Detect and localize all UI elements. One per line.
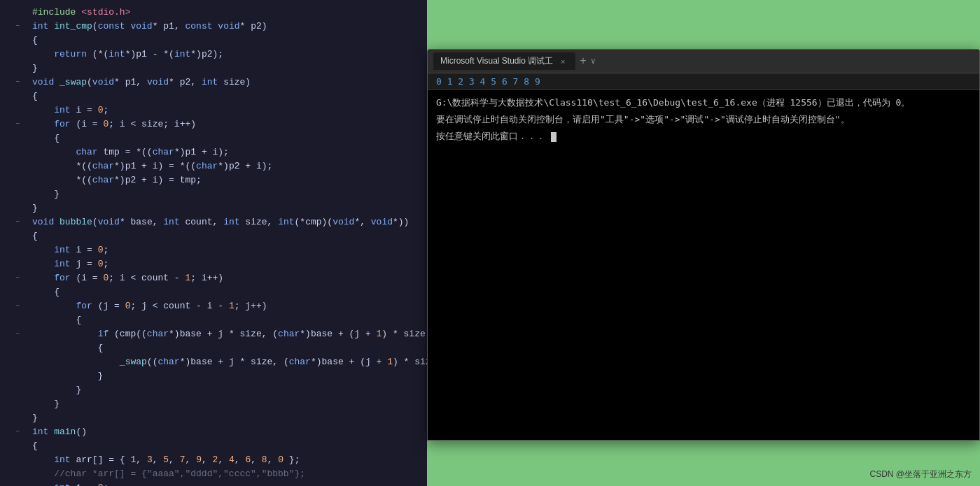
line-gutter: − xyxy=(0,299,22,313)
line-code: #include <stdio.h> xyxy=(29,6,424,20)
terminal-cursor xyxy=(551,132,556,142)
fold-button xyxy=(22,369,29,376)
code-line: *((char*)p1 + i) = *((char*)p2 + i); xyxy=(0,159,427,173)
fold-button xyxy=(22,257,29,264)
line-code: char tmp = *((char*)p1 + i); xyxy=(29,145,424,159)
line-code: int main() xyxy=(29,425,424,439)
popup-close-button[interactable]: × xyxy=(557,56,568,67)
line-code: int i = 0; xyxy=(29,103,424,117)
line-code: { xyxy=(29,341,424,355)
line-numbers-bar: 0 1 2 3 4 5 6 7 8 9 xyxy=(428,73,979,90)
code-content-area: #include <stdio.h> − int int_cmp(const v… xyxy=(0,0,427,486)
code-line: − void bubble(void* base, int count, int… xyxy=(0,215,427,229)
terminal-line-2: 要在调试停止时自动关闭控制台，请启用"工具"->"选项"->"调试"->"调试停… xyxy=(436,113,971,127)
code-lines: #include <stdio.h> − int int_cmp(const v… xyxy=(0,0,427,486)
line-code: { xyxy=(29,313,424,327)
code-line: int i = 0; xyxy=(0,103,427,117)
line-code: { xyxy=(29,34,424,48)
line-code: } xyxy=(29,411,424,425)
code-line: //char *arr[] = {"aaaa","dddd","cccc","b… xyxy=(0,467,427,481)
code-editor: #include <stdio.h> − int int_cmp(const v… xyxy=(0,0,980,486)
line-code: //char *arr[] = {"aaaa","dddd","cccc","b… xyxy=(29,467,424,481)
code-line: _swap((char*)base + j * size, (char*)bas… xyxy=(0,355,427,369)
code-line: int i = 0; xyxy=(0,481,427,486)
fold-button[interactable] xyxy=(22,299,29,306)
line-code: { xyxy=(29,229,424,243)
line-code: int i = 0; xyxy=(29,243,424,257)
code-line: − if (cmp((char*)base + j * size, (char*… xyxy=(0,327,427,341)
fold-button xyxy=(22,48,29,55)
popup-dropdown-button[interactable]: ∨ xyxy=(591,56,596,66)
line-gutter: − xyxy=(0,327,22,341)
fold-button xyxy=(22,103,29,110)
popup-window: Microsoft Visual Studio 调试工 × + ∨ 0 1 2 … xyxy=(427,49,980,441)
code-line: } xyxy=(0,187,427,201)
code-line: } xyxy=(0,383,427,397)
code-line: } xyxy=(0,62,427,76)
fold-button xyxy=(22,173,29,180)
fold-button[interactable] xyxy=(22,215,29,222)
fold-button[interactable] xyxy=(22,117,29,124)
line-code: for (j = 0; j < count - i - 1; j++) xyxy=(29,299,424,313)
fold-button xyxy=(22,397,29,404)
code-line: − for (i = 0; i < size; i++) xyxy=(0,117,427,131)
code-line: { xyxy=(0,313,427,327)
terminal-line-1: G:\数据科学与大数据技术\Class110\test_6_16\Debug\t… xyxy=(436,96,971,110)
code-line: { xyxy=(0,285,427,299)
fold-button[interactable] xyxy=(22,327,29,334)
line-code: int arr[] = { 1, 3, 5, 7, 9, 2, 4, 6, 8,… xyxy=(29,453,424,467)
code-line: int j = 0; xyxy=(0,257,427,271)
fold-button xyxy=(22,145,29,152)
line-gutter: − xyxy=(0,117,22,131)
terminal-body[interactable]: G:\数据科学与大数据技术\Class110\test_6_16\Debug\t… xyxy=(428,90,979,440)
fold-button[interactable] xyxy=(22,425,29,432)
line-numbers: 0 1 2 3 4 5 6 7 8 9 xyxy=(436,76,540,87)
code-line: int arr[] = { 1, 3, 5, 7, 9, 2, 4, 6, 8,… xyxy=(0,453,427,467)
line-code: int int_cmp(const void* p1, const void* … xyxy=(29,20,424,34)
line-code: } xyxy=(29,62,424,76)
terminal-close-text: 按任意键关闭此窗口．．． xyxy=(436,131,545,141)
fold-button xyxy=(22,201,29,208)
line-code: } xyxy=(29,369,424,383)
code-line: − int main() xyxy=(0,425,427,439)
fold-button xyxy=(22,439,29,446)
line-code: } xyxy=(29,187,424,201)
watermark-text: CSDN @坐落于亚洲之东方 xyxy=(869,469,972,479)
line-code: { xyxy=(29,285,424,299)
fold-button[interactable] xyxy=(22,76,29,83)
line-code: *((char*)p2 + i) = tmp; xyxy=(29,173,424,187)
line-gutter: − xyxy=(0,215,22,229)
code-line: } xyxy=(0,411,427,425)
code-line: − int int_cmp(const void* p1, const void… xyxy=(0,20,427,34)
popup-add-tab-button[interactable]: + xyxy=(575,55,591,68)
watermark: CSDN @坐落于亚洲之东方 xyxy=(869,469,972,480)
code-line: − for (i = 0; i < count - 1; i++) xyxy=(0,271,427,285)
fold-button xyxy=(22,313,29,320)
fold-button[interactable] xyxy=(22,271,29,278)
fold-button xyxy=(22,411,29,418)
fold-button[interactable] xyxy=(22,34,29,41)
fold-button xyxy=(22,229,29,236)
code-line: return (*(int*)p1 - *(int*)p2); xyxy=(0,48,427,62)
code-line: { xyxy=(0,341,427,355)
fold-button xyxy=(22,159,29,166)
fold-button[interactable] xyxy=(22,20,29,27)
code-line: int i = 0; xyxy=(0,243,427,257)
fold-button xyxy=(22,62,29,69)
line-code: } xyxy=(29,201,424,215)
line-gutter: − xyxy=(0,425,22,439)
fold-button xyxy=(22,467,29,474)
code-line: { xyxy=(0,229,427,243)
popup-tab[interactable]: Microsoft Visual Studio 调试工 × xyxy=(433,52,575,70)
fold-button xyxy=(22,243,29,250)
line-code: } xyxy=(29,397,424,411)
line-gutter: − xyxy=(0,76,22,90)
line-code: for (i = 0; i < size; i++) xyxy=(29,117,424,131)
fold-button[interactable] xyxy=(22,6,29,13)
fold-button xyxy=(22,90,29,97)
code-line: { xyxy=(0,34,427,48)
code-line: } xyxy=(0,397,427,411)
code-line: − void _swap(void* p1, void* p2, int siz… xyxy=(0,76,427,90)
line-gutter: − xyxy=(0,20,22,34)
line-code: { xyxy=(29,90,424,103)
